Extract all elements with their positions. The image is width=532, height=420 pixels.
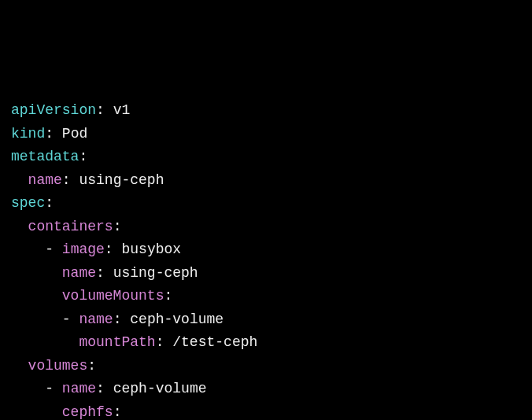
dash: - [45,381,54,396]
value-container-name: using-ceph [113,265,198,281]
dash: - [62,311,71,327]
colon: : [45,195,54,211]
value-mountPath: /test-ceph [172,334,257,350]
value-apiVersion: v1 [113,102,131,118]
key-spec: spec [11,195,45,211]
key-image: image [62,241,105,257]
line-14: cephfs: [11,404,121,420]
line-8: name: using-ceph [11,265,198,281]
line-2: kind: Pod [11,126,87,142]
key-mountPath: mountPath [79,334,155,350]
key-cephfs: cephfs [62,404,113,420]
line-9: volumeMounts: [11,288,172,304]
colon: : [113,404,122,420]
key-vm-name: name [79,311,113,327]
value-metadata-name: using-ceph [79,172,164,188]
value-kind: Pod [62,126,87,142]
key-vol-name: name [62,381,96,396]
line-1: apiVersion: v1 [11,102,130,118]
key-apiVersion: apiVersion [11,102,96,118]
value-vol-name: ceph-volume [113,381,207,396]
line-11: mountPath: /test-ceph [11,334,257,350]
colon: : [62,172,71,188]
colon: : [87,358,96,374]
colon: : [156,334,164,350]
colon: : [45,126,54,142]
line-7: - image: busybox [11,241,181,257]
colon: : [164,288,172,304]
value-vm-name: ceph-volume [130,311,224,327]
line-5: spec: [11,195,54,211]
key-containers: containers [28,219,113,234]
key-container-name: name [62,265,96,281]
key-volumes: volumes [28,358,88,374]
key-kind: kind [11,126,45,142]
colon: : [96,381,105,396]
colon: : [96,102,105,118]
key-volumeMounts: volumeMounts [62,288,164,304]
yaml-code-block: apiVersion: v1 kind: Pod metadata: name:… [11,99,521,420]
line-3: metadata: [11,149,87,164]
line-13: - name: ceph-volume [11,381,207,396]
line-4: name: using-ceph [11,172,164,188]
line-6: containers: [11,219,121,234]
key-metadata-name: name [28,172,62,188]
key-metadata: metadata [11,149,79,164]
colon: : [105,241,113,257]
colon: : [113,311,122,327]
colon: : [113,219,122,234]
line-10: - name: ceph-volume [11,311,224,327]
line-12: volumes: [11,358,96,374]
colon: : [96,265,105,281]
value-image: busybox [121,241,181,257]
colon: : [79,149,87,164]
dash: - [45,241,54,257]
